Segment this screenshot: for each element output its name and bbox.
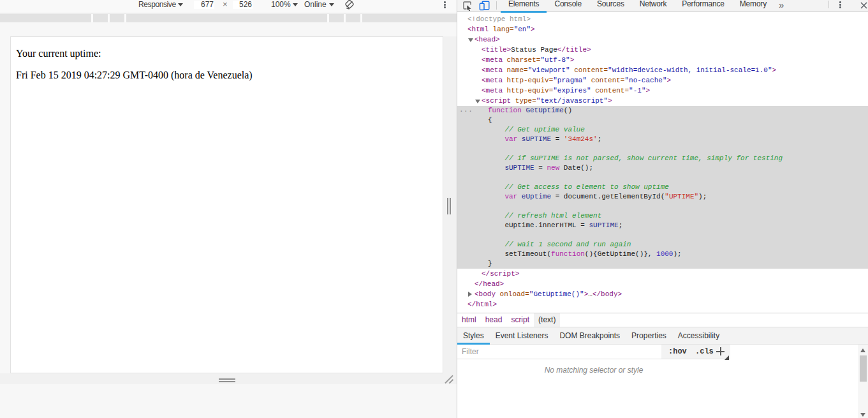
expand-arrow-open-icon[interactable] — [475, 100, 480, 103]
tab-memory[interactable]: Memory — [732, 0, 774, 12]
expand-arrow-open-icon[interactable] — [468, 38, 473, 42]
dom-token-attr: content= — [587, 77, 624, 84]
dom-token-val: "width=device-width, initial-scale=1.0" — [608, 66, 772, 74]
element-classes-button[interactable]: .cls — [695, 347, 714, 356]
media-query-segment[interactable] — [329, 14, 344, 22]
dom-tree-node[interactable]: <script type="text/javascript"> — [457, 96, 868, 106]
breadcrumb-script[interactable]: script — [506, 313, 534, 327]
media-query-segment[interactable] — [346, 14, 360, 22]
dimension-separator: × — [223, 0, 228, 9]
elements-dom-tree[interactable]: <!doctype html><html lang="en"><head><ti… — [457, 13, 868, 313]
sidebar-tab-properties[interactable]: Properties — [626, 327, 672, 345]
throttling-select[interactable]: Online — [304, 0, 327, 9]
styles-filter-input[interactable] — [457, 345, 661, 359]
sidebar-tab-event-listeners[interactable]: Event Listeners — [490, 327, 554, 345]
media-query-segment[interactable] — [362, 14, 457, 22]
media-query-segment[interactable] — [93, 14, 108, 22]
scrollbar-up-arrow-icon[interactable] — [860, 348, 865, 352]
device-canvas: Your current uptime: Fri Feb 15 2019 04:… — [0, 23, 457, 418]
device-mode-pane: Responsive × 100% Online — [0, 0, 457, 418]
media-query-segment[interactable] — [110, 14, 124, 22]
code-token-def: GetUptime — [526, 107, 563, 114]
inspect-element-icon[interactable] — [462, 1, 473, 11]
script-code-line: { — [457, 116, 868, 125]
device-viewport: Your current uptime: Fri Feb 15 2019 04:… — [10, 36, 443, 373]
dom-token-val: "pragma" — [553, 77, 587, 84]
dom-tree-node[interactable]: <title>Status Page</title> — [457, 45, 868, 55]
toggle-element-state-button[interactable]: :hov — [668, 347, 687, 356]
script-code-line: } — [457, 259, 868, 269]
throttling-caret-icon — [329, 3, 334, 6]
viewport-resize-handle-corner[interactable] — [445, 375, 453, 384]
styles-empty-message: No matching selector or style — [457, 366, 730, 375]
devtools-menu-icon[interactable] — [836, 1, 844, 9]
dom-tree-node[interactable]: <meta http-equiv="expires" content="-1"> — [457, 86, 868, 96]
rotate-icon[interactable] — [344, 0, 355, 12]
styles-scrollbar[interactable] — [858, 345, 868, 418]
device-type-select[interactable]: Responsive — [138, 0, 176, 9]
dom-tree-node[interactable]: <meta name="viewport" content="width=dev… — [457, 65, 868, 75]
inline-expand-marker[interactable]: ... — [459, 105, 473, 115]
code-token-def: sUPTIME — [504, 164, 534, 172]
breadcrumb-text[interactable]: (text) — [534, 313, 560, 327]
menu-dot — [444, 6, 446, 8]
devtools-close-icon[interactable] — [860, 1, 868, 9]
dom-token-tag: </html> — [467, 301, 497, 308]
dom-token-attr: content= — [570, 66, 608, 74]
devtools-tab-bar: ElementsConsoleSourcesNetworkPerformance… — [501, 0, 774, 12]
selected-script-text-node[interactable]: ...function GetUptime(){ // Get uptime v… — [457, 106, 868, 269]
sidebar-tab-accessibility[interactable]: Accessibility — [672, 327, 725, 345]
script-code-line: var sUPTIME = '34m24s'; — [457, 135, 868, 144]
script-code-line: // wait 1 second and run again — [457, 240, 868, 250]
tab-network[interactable]: Network — [632, 0, 675, 12]
elements-sidebar-tabs: StylesEvent ListenersDOM BreakpointsProp… — [457, 327, 868, 345]
script-code-line — [457, 173, 868, 183]
dom-tree-node[interactable]: <!doctype html> — [457, 14, 868, 24]
tab-performance[interactable]: Performance — [674, 0, 732, 12]
zoom-select[interactable]: 100% — [271, 0, 291, 9]
script-code-line: var eUptime = document.getElementById("U… — [457, 192, 868, 202]
viewport-height-input[interactable] — [233, 1, 253, 9]
new-style-rule-icon[interactable] — [716, 347, 725, 356]
viewport-resize-handle-right[interactable] — [446, 198, 452, 214]
grip-line — [447, 198, 448, 214]
code-token-com: // if sUPTIME is not parsed, show curren… — [488, 154, 783, 162]
viewport-width-input[interactable] — [194, 1, 214, 9]
dom-tree-node[interactable]: <meta charset="utf-8"> — [457, 55, 868, 65]
dom-token-val: "en" — [514, 26, 531, 33]
page-uptime-value: Fri Feb 15 2019 04:27:29 GMT-0400 (hora … — [16, 70, 253, 81]
breadcrumb-head[interactable]: head — [481, 313, 507, 327]
dom-tree-node[interactable]: <head> — [457, 34, 868, 45]
sidebar-tab-styles[interactable]: Styles — [457, 327, 490, 345]
dom-token-doctype: <!doctype html> — [467, 15, 531, 23]
code-token-pln: = document.getElementById( — [551, 193, 665, 200]
scrollbar-thumb[interactable] — [860, 355, 867, 382]
dom-token-tag: <title> — [482, 46, 511, 54]
tab-sources[interactable]: Sources — [589, 0, 632, 12]
code-token-pln: Date(); — [559, 164, 593, 172]
media-query-bar[interactable] — [0, 14, 457, 22]
sidebar-tab-dom-breakpoints[interactable]: DOM Breakpoints — [554, 327, 626, 345]
dom-token-tag: <meta — [482, 56, 503, 64]
dom-token-val: "viewport" — [528, 66, 570, 74]
dom-tree-node[interactable]: <body onload="GetUptime()">…</body> — [457, 289, 868, 299]
dom-token-attr: name= — [503, 66, 528, 74]
dom-tree-node[interactable]: <meta http-equiv="pragma" content="no-ca… — [457, 75, 868, 86]
dom-tree-node[interactable]: </html> — [457, 299, 868, 310]
dom-tree-node[interactable]: </script> — [457, 269, 868, 279]
more-tabs-button[interactable]: » — [779, 0, 783, 10]
breadcrumb-html[interactable]: html — [457, 313, 481, 327]
dom-token-attr: onload= — [496, 290, 529, 298]
media-query-segment[interactable] — [126, 14, 327, 22]
tab-console[interactable]: Console — [547, 0, 589, 12]
dom-token-val: "-1" — [629, 87, 645, 94]
tab-elements[interactable]: Elements — [501, 0, 547, 12]
device-toolbar-toggle-icon[interactable] — [479, 1, 490, 11]
dom-tree-node[interactable]: <html lang="en"> — [457, 24, 868, 34]
device-toolbar-menu-icon[interactable] — [441, 1, 448, 9]
media-query-segment[interactable] — [0, 14, 91, 22]
expand-arrow-closed-icon[interactable] — [468, 292, 472, 297]
scrollbar-down-arrow-icon[interactable] — [860, 413, 865, 417]
viewport-resize-handle-bottom[interactable] — [219, 378, 235, 383]
dom-tree-node[interactable]: </head> — [457, 279, 868, 289]
